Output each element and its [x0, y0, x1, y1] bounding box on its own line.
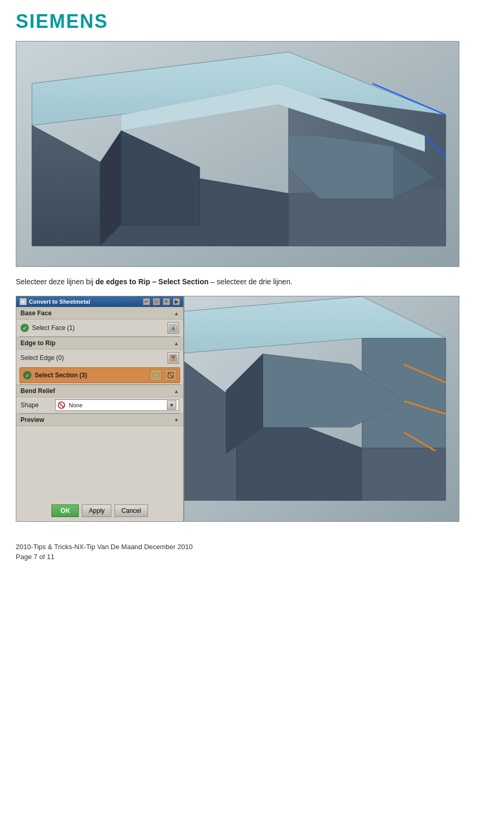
svg-marker-25: [362, 448, 446, 501]
dialog-titlebar: ✦ Convert to Sheetmetal ↩ ⊡ ✕ ▶: [16, 296, 183, 307]
bend-relief-collapse-arrow[interactable]: ▲: [174, 388, 179, 394]
preview-collapse-arrow[interactable]: ▼: [174, 417, 179, 423]
svg-line-19: [168, 373, 173, 378]
select-section-label: Select Section (3): [35, 372, 147, 379]
dialog-undo-btn[interactable]: ↩: [143, 298, 150, 305]
preview-section-header[interactable]: Preview ▼: [16, 414, 183, 426]
shape-label: Shape: [20, 401, 52, 409]
paragraph-text-after: – selecteer de drie lijnen.: [208, 277, 292, 286]
preview-label: Preview: [20, 416, 44, 424]
select-face-button[interactable]: [167, 322, 179, 334]
dialog-icon: ✦: [19, 298, 27, 305]
dialog-close-btn[interactable]: ✕: [163, 298, 170, 305]
select-section-btn-1[interactable]: [150, 369, 162, 381]
description-paragraph: Selecteer deze lijnen bij de edges to Ri…: [16, 276, 488, 287]
select-section-btn-2[interactable]: [165, 369, 176, 381]
base-face-section-header[interactable]: Base Face ▲: [16, 307, 183, 319]
shape-value: None: [69, 402, 82, 408]
base-face-label: Base Face: [20, 310, 51, 317]
select-edge-button[interactable]: [167, 352, 179, 364]
apply-button[interactable]: Apply: [82, 504, 111, 517]
edge-to-rip-collapse-arrow[interactable]: ▲: [174, 341, 179, 346]
siemens-logo: SIEMENS: [16, 11, 488, 33]
convert-to-sheetmetal-dialog: ✦ Convert to Sheetmetal ↩ ⊡ ✕ ▶ Base Fac…: [16, 296, 184, 521]
footer: 2010-Tips & Tricks-NX-Tip Van De Maand D…: [16, 543, 488, 561]
select-section-check-icon: ✓: [23, 371, 32, 379]
ok-button[interactable]: OK: [51, 504, 79, 517]
select-face-label: Select Face (1): [32, 324, 164, 332]
select-section-row: ✓ Select Section (3): [19, 367, 180, 383]
edge-to-rip-label: Edge to Rip: [20, 339, 56, 347]
footer-page-total: 11: [47, 553, 54, 561]
shape-dropdown[interactable]: None ▼: [55, 399, 179, 411]
paragraph-text-before: Selecteer deze lijnen bij: [16, 277, 96, 286]
paragraph-bold-text: de edges to Rip – Select Section: [96, 277, 209, 286]
top-3d-viewport: [16, 41, 459, 267]
bottom-composite-area: ✦ Convert to Sheetmetal ↩ ⊡ ✕ ▶ Base Fac…: [16, 296, 459, 522]
dialog-buttons-area: OK Apply Cancel: [16, 500, 183, 521]
cancel-button[interactable]: Cancel: [114, 504, 148, 517]
shape-row: Shape None ▼: [16, 397, 183, 413]
footer-page-separator: of: [37, 553, 47, 561]
none-icon: [58, 401, 65, 409]
bend-relief-label: Bend Relief: [20, 387, 55, 395]
right-3d-viewport: [184, 296, 459, 521]
select-face-check-icon: ✓: [20, 324, 29, 332]
dialog-title: Convert to Sheetmetal: [29, 298, 140, 305]
footer-page-line: Page 7 of 11: [16, 553, 488, 561]
select-edge-row: Select Edge (0): [16, 349, 183, 366]
footer-line-1: 2010-Tips & Tricks-NX-Tip Van De Maand D…: [16, 543, 488, 551]
shape-dropdown-arrow-icon[interactable]: ▼: [167, 400, 176, 410]
svg-rect-17: [153, 374, 159, 377]
dialog-restore-btn[interactable]: ⊡: [153, 298, 160, 305]
select-edge-label: Select Edge (0): [20, 354, 164, 362]
select-face-row: ✓ Select Face (1): [16, 319, 183, 336]
bend-relief-section-header[interactable]: Bend Relief ▲: [16, 385, 183, 397]
base-face-collapse-arrow[interactable]: ▲: [174, 311, 179, 316]
dialog-expand-btn[interactable]: ▶: [173, 298, 180, 305]
footer-page-label: Page: [16, 553, 34, 561]
edge-to-rip-section-header[interactable]: Edge to Rip ▲: [16, 337, 183, 349]
